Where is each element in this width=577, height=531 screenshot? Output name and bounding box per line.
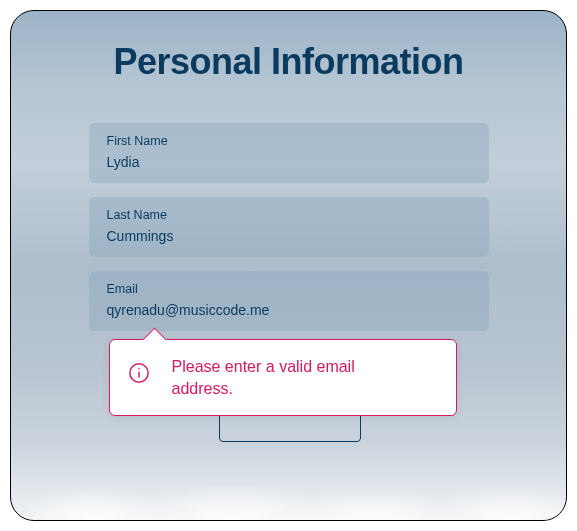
page-title: Personal Information — [11, 11, 566, 83]
email-input[interactable] — [107, 302, 471, 318]
personal-info-form: First Name Last Name Email Please enter … — [89, 123, 489, 331]
last-name-label: Last Name — [107, 208, 471, 222]
email-label: Email — [107, 282, 471, 296]
svg-point-2 — [138, 368, 140, 370]
first-name-label: First Name — [107, 134, 471, 148]
last-name-field[interactable]: Last Name — [89, 197, 489, 257]
info-icon — [128, 362, 150, 384]
first-name-field[interactable]: First Name — [89, 123, 489, 183]
form-window: Personal Information First Name Last Nam… — [10, 10, 567, 521]
error-message: Please enter a valid email address. — [172, 356, 438, 399]
email-field[interactable]: Email — [89, 271, 489, 331]
error-tooltip: Please enter a valid email address. — [109, 339, 457, 416]
first-name-input[interactable] — [107, 154, 471, 170]
last-name-input[interactable] — [107, 228, 471, 244]
